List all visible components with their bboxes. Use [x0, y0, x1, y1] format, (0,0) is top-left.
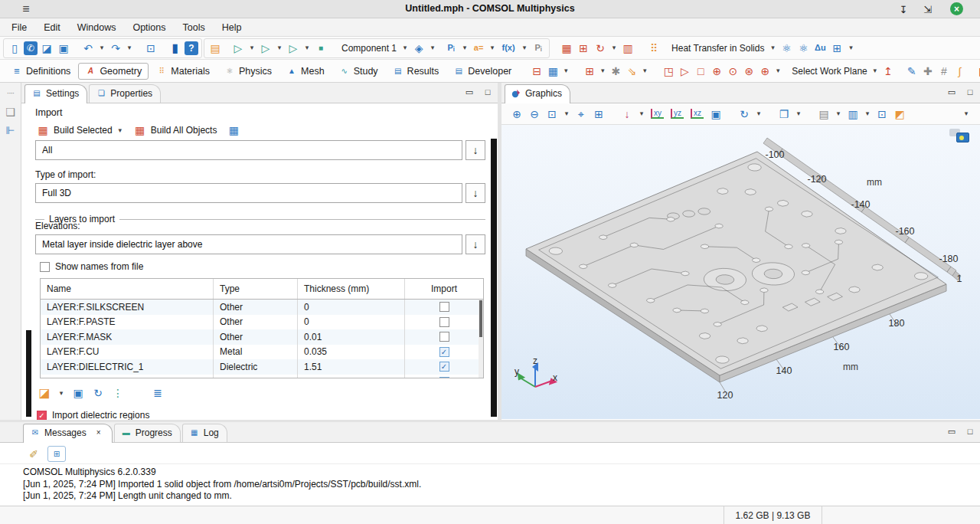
physics-caret-icon[interactable]: ▾: [768, 41, 777, 56]
reset-desktop-icon[interactable]: ⊡: [143, 41, 158, 56]
rotate-view-icon[interactable]: ↻: [737, 106, 752, 122]
refresh-layers-icon[interactable]: ↻: [90, 385, 106, 401]
view-yz-button[interactable]: yz: [671, 109, 684, 119]
fit-window-icon[interactable]: ⊞: [591, 106, 606, 122]
stop-icon[interactable]: ■: [313, 41, 328, 56]
select-box-icon[interactable]: ⊡: [874, 106, 890, 122]
layer-stack-icon[interactable]: ≣: [150, 385, 165, 401]
type-of-import-field[interactable]: Full 3D: [35, 183, 462, 203]
virtual-caret-icon[interactable]: ▾: [640, 64, 649, 79]
zoom-out-icon[interactable]: ⊖: [527, 106, 542, 122]
undo-caret-icon[interactable]: ▾: [97, 41, 106, 56]
menu-tools[interactable]: Tools: [175, 20, 214, 35]
graphics-minimize-icon[interactable]: ▭: [946, 87, 957, 97]
view-orientation-icon[interactable]: ↓: [619, 106, 635, 122]
restore-window-icon[interactable]: ⇲: [920, 2, 936, 17]
functions-icon[interactable]: f(x): [498, 41, 518, 56]
menu-options[interactable]: Options: [124, 20, 174, 35]
build-all-button[interactable]: Build All Objects: [151, 125, 217, 136]
component-caret-icon[interactable]: ▾: [400, 41, 410, 56]
tab-properties[interactable]: ❏Properties: [89, 84, 161, 103]
menu-windows[interactable]: Windows: [69, 20, 125, 35]
get-initial-caret-icon[interactable]: ▾: [302, 41, 312, 56]
undo-icon[interactable]: ↶: [80, 41, 96, 56]
panel-divider[interactable]: [498, 83, 501, 420]
source-field[interactable]: All: [35, 140, 462, 160]
block-primitive-icon[interactable]: ◳: [661, 64, 676, 79]
tab-settings[interactable]: ▤Settings: [24, 84, 87, 103]
add-plane-icon[interactable]: ✚: [920, 64, 936, 79]
close-window-icon[interactable]: ×: [950, 2, 963, 15]
sphere-primitive-icon[interactable]: ⊕: [709, 64, 724, 79]
print-image-caret-icon[interactable]: ▾: [834, 106, 843, 122]
table-row[interactable]: LAYER:F.CU Metal 0.035 ✓: [41, 345, 483, 360]
save-file-icon[interactable]: ▣: [56, 41, 71, 56]
ribbon-tab-physics[interactable]: ⚛Physics: [217, 63, 279, 80]
extrude-icon[interactable]: ↥: [880, 64, 896, 79]
import-dielectric-row[interactable]: ✓ Import dielectric regions: [37, 410, 149, 421]
import-data-caret-icon[interactable]: ▾: [846, 41, 855, 56]
type-field-button[interactable]: ↓: [466, 183, 485, 203]
camera-projection-icon[interactable]: ▣: [708, 106, 724, 122]
update-solution-caret-icon[interactable]: ▾: [275, 41, 284, 56]
browse-folder-icon[interactable]: ◪: [37, 385, 52, 401]
update-mesh-icon[interactable]: ↻: [593, 41, 608, 56]
transparency-caret-icon[interactable]: ▾: [794, 106, 803, 122]
ribbon-tab-developer[interactable]: ▤Developer: [446, 63, 518, 80]
update-mesh-caret-icon[interactable]: ▾: [609, 41, 619, 56]
ribbon-tab-results[interactable]: ▤Results: [386, 63, 446, 80]
add-physics-icon[interactable]: ⚛: [779, 41, 794, 56]
import-checkbox[interactable]: ✓: [439, 362, 449, 372]
build-selected-caret-icon[interactable]: ▾: [116, 123, 125, 138]
scene-light-icon[interactable]: ◩: [892, 106, 907, 122]
component-selector-label[interactable]: Component 1: [339, 43, 399, 54]
messages-minimize-icon[interactable]: ▭: [946, 426, 957, 437]
window-caret-icon[interactable]: ▾: [561, 64, 570, 79]
show-names-checkbox[interactable]: [40, 262, 50, 272]
import-checkbox[interactable]: [439, 317, 449, 327]
menu-help[interactable]: Help: [214, 20, 250, 35]
zoom-caret-icon[interactable]: ▾: [562, 106, 571, 122]
new-file-icon[interactable]: ▯: [7, 41, 22, 56]
work-plane-caret-icon[interactable]: ▾: [871, 64, 880, 79]
rotate-caret-icon[interactable]: ▾: [754, 106, 763, 122]
open-messages-window-button[interactable]: ⊞: [47, 446, 66, 462]
elevations-field[interactable]: Metal layer inside dielectric layer abov…: [35, 234, 462, 254]
model-tree-icon[interactable]: ▤: [207, 41, 223, 56]
client-server-icon[interactable]: ✆: [24, 41, 38, 55]
tab-log[interactable]: ▦Log: [182, 424, 227, 442]
import-checkbox[interactable]: ✓: [439, 377, 449, 378]
build-all-icon[interactable]: ▦: [132, 123, 148, 138]
settings-scrollbar-left[interactable]: [26, 330, 31, 417]
import-data-icon[interactable]: ⊞: [829, 41, 844, 56]
booleans-icon[interactable]: ◧: [976, 64, 980, 79]
add-component-caret-icon[interactable]: ▾: [428, 41, 437, 56]
helix-primitive-icon[interactable]: ⊛: [741, 64, 756, 79]
dock-window-icon[interactable]: ↧: [896, 2, 911, 17]
graphics-maximize-icon[interactable]: □: [965, 87, 975, 97]
import-checkbox[interactable]: [439, 332, 449, 342]
export-movie-icon[interactable]: ▥: [845, 106, 861, 122]
table-row[interactable]: LAYER:DIELECTRIC_1 Dielectric 1.51 ✓: [41, 359, 483, 375]
functions-caret-icon[interactable]: ▾: [520, 41, 529, 56]
collapsed-panel-icon[interactable]: ❑: [3, 104, 18, 120]
view-xz-button[interactable]: xz: [691, 109, 704, 119]
partition-icon[interactable]: #: [936, 64, 952, 79]
window-export-icon[interactable]: ⊟: [529, 64, 544, 79]
virtual-operations-icon[interactable]: ⇘: [624, 64, 639, 79]
messages-maximize-icon[interactable]: □: [965, 426, 975, 437]
table-row[interactable]: LAYER:F.PASTE Other 0: [41, 315, 483, 330]
build-wand-icon[interactable]: ✱: [608, 64, 623, 79]
import-mesh-icon[interactable]: ⊞: [576, 41, 591, 56]
add-component-icon[interactable]: ◈: [411, 41, 426, 56]
tab-graphics[interactable]: Graphics: [505, 84, 570, 103]
ribbon-tab-geometry[interactable]: AGeometry: [78, 63, 149, 80]
work-plane-selector[interactable]: Select Work Plane: [789, 66, 870, 77]
menu-edit[interactable]: Edit: [35, 20, 69, 35]
more-tools-caret-icon[interactable]: ▾: [962, 106, 971, 122]
tab-messages[interactable]: ✉ Messages ×: [23, 424, 113, 443]
ribbon-tab-definitions[interactable]: ≣Definitions: [5, 63, 77, 80]
zoom-extents-icon[interactable]: ⌖: [573, 106, 589, 122]
settings-minimize-icon[interactable]: ▭: [464, 87, 475, 97]
compute-step-icon[interactable]: ▷: [230, 41, 246, 56]
